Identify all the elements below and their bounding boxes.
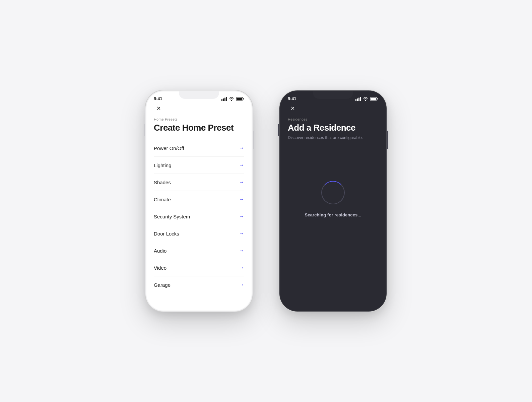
notch-left bbox=[179, 91, 219, 99]
notch-right bbox=[313, 91, 353, 99]
searching-text: Searching for residences... bbox=[305, 212, 361, 217]
status-icons-left bbox=[221, 97, 244, 101]
phone-right: 9:41 bbox=[279, 90, 387, 312]
screen-left: 9:41 bbox=[146, 91, 252, 311]
close-button-right[interactable]: ✕ bbox=[288, 104, 297, 113]
svg-rect-7 bbox=[357, 98, 358, 101]
phone-left: 9:41 bbox=[145, 90, 253, 312]
svg-rect-2 bbox=[224, 97, 225, 101]
arrow-icon-video: → bbox=[239, 265, 244, 271]
wifi-icon-left bbox=[229, 97, 234, 101]
spinner-icon bbox=[321, 181, 345, 204]
screen-right: 9:41 bbox=[280, 91, 386, 311]
list-item-shades[interactable]: Shades → bbox=[154, 174, 244, 191]
list-item-label-security: Security System bbox=[154, 214, 190, 219]
svg-rect-11 bbox=[371, 98, 376, 100]
signal-icon-left bbox=[221, 97, 227, 101]
list-item-label-video: Video bbox=[154, 265, 167, 271]
page-subtitle-right: Discover residences that are configurabl… bbox=[288, 135, 378, 141]
screen-content-left: ✕ Home Presets Create Home Preset Power … bbox=[146, 103, 252, 310]
preset-list: Power On/Off → Lighting → Shades → Clima… bbox=[154, 140, 244, 293]
time-right: 9:41 bbox=[288, 96, 296, 101]
svg-rect-1 bbox=[223, 98, 224, 101]
time-left: 9:41 bbox=[154, 96, 162, 101]
phones-container: 9:41 bbox=[145, 90, 387, 312]
wifi-icon-right bbox=[363, 97, 368, 101]
battery-icon-right bbox=[370, 97, 378, 101]
arrow-icon-garage: → bbox=[239, 282, 244, 288]
svg-rect-9 bbox=[360, 97, 361, 101]
svg-rect-5 bbox=[237, 98, 242, 100]
arrow-icon-power: → bbox=[239, 145, 244, 151]
list-item-label-audio: Audio bbox=[154, 248, 167, 254]
breadcrumb-right: Residences bbox=[288, 117, 378, 121]
list-item-label-climate: Climate bbox=[154, 197, 171, 202]
close-button-left[interactable]: ✕ bbox=[154, 104, 163, 113]
list-item-power[interactable]: Power On/Off → bbox=[154, 140, 244, 157]
arrow-icon-audio: → bbox=[239, 248, 244, 254]
svg-rect-0 bbox=[221, 99, 222, 101]
list-item-label-door-locks: Door Locks bbox=[154, 231, 179, 237]
list-item-audio[interactable]: Audio → bbox=[154, 242, 244, 259]
arrow-icon-door-locks: → bbox=[239, 230, 244, 237]
breadcrumb-left: Home Presets bbox=[154, 117, 244, 121]
svg-rect-8 bbox=[358, 97, 359, 101]
list-item-video[interactable]: Video → bbox=[154, 259, 244, 276]
list-item-label-garage: Garage bbox=[154, 282, 171, 288]
arrow-icon-climate: → bbox=[239, 196, 244, 202]
list-item-door-locks[interactable]: Door Locks → bbox=[154, 225, 244, 242]
page-title-left: Create Home Preset bbox=[154, 123, 244, 133]
list-item-label-lighting: Lighting bbox=[154, 162, 172, 168]
svg-rect-6 bbox=[355, 99, 356, 101]
status-icons-right bbox=[355, 97, 378, 101]
list-item-garage[interactable]: Garage → bbox=[154, 276, 244, 293]
list-item-climate[interactable]: Climate → bbox=[154, 191, 244, 208]
arrow-icon-shades: → bbox=[239, 179, 244, 185]
signal-icon-right bbox=[355, 97, 361, 101]
list-item-lighting[interactable]: Lighting → bbox=[154, 157, 244, 174]
arrow-icon-security: → bbox=[239, 213, 244, 219]
page-title-right: Add a Residence bbox=[288, 123, 378, 133]
loading-container: Searching for residences... bbox=[288, 181, 378, 217]
list-item-label-power: Power On/Off bbox=[154, 145, 184, 151]
svg-rect-3 bbox=[226, 97, 227, 101]
screen-content-right: ✕ Residences Add a Residence Discover re… bbox=[280, 103, 386, 310]
list-item-security[interactable]: Security System → bbox=[154, 208, 244, 225]
battery-icon-left bbox=[236, 97, 244, 101]
arrow-icon-lighting: → bbox=[239, 162, 244, 168]
list-item-label-shades: Shades bbox=[154, 180, 171, 185]
